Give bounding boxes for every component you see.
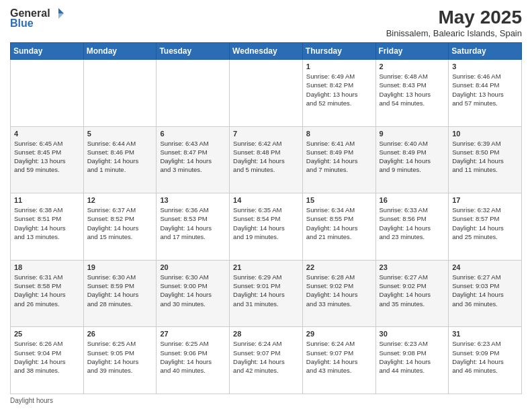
day-info: Sunrise: 6:25 AM Sunset: 9:05 PM Dayligh…: [87, 339, 153, 375]
day-number: 4: [14, 130, 80, 138]
calendar-cell: 8Sunrise: 6:41 AM Sunset: 8:49 PM Daylig…: [302, 126, 375, 193]
calendar-cell: 27Sunrise: 6:25 AM Sunset: 9:06 PM Dayli…: [157, 327, 230, 394]
day-number: 7: [233, 130, 299, 138]
calendar-cell: 1Sunrise: 6:49 AM Sunset: 8:42 PM Daylig…: [302, 60, 375, 127]
calendar-cell: 11Sunrise: 6:38 AM Sunset: 8:51 PM Dayli…: [11, 193, 84, 261]
day-info: Sunrise: 6:40 AM Sunset: 8:49 PM Dayligh…: [380, 139, 445, 175]
day-number: 19: [87, 263, 153, 271]
calendar-cell: 31Sunrise: 6:23 AM Sunset: 9:09 PM Dayli…: [449, 327, 522, 394]
calendar-cell: 7Sunrise: 6:42 AM Sunset: 8:48 PM Daylig…: [230, 126, 303, 193]
calendar-cell: 6Sunrise: 6:43 AM Sunset: 8:47 PM Daylig…: [157, 126, 230, 193]
day-info: Sunrise: 6:23 AM Sunset: 9:09 PM Dayligh…: [452, 339, 518, 375]
calendar-cell: 28Sunrise: 6:24 AM Sunset: 9:07 PM Dayli…: [230, 327, 303, 394]
day-number: 8: [306, 130, 372, 138]
day-number: 31: [452, 330, 518, 338]
calendar-cell: [157, 60, 230, 127]
day-number: 3: [452, 62, 518, 71]
day-info: Sunrise: 6:27 AM Sunset: 9:03 PM Dayligh…: [452, 273, 518, 308]
day-info: Sunrise: 6:29 AM Sunset: 9:01 PM Dayligh…: [233, 273, 299, 308]
dow-header-monday: Monday: [83, 43, 157, 60]
calendar-cell: 17Sunrise: 6:32 AM Sunset: 8:57 PM Dayli…: [449, 193, 522, 261]
day-number: 18: [14, 263, 80, 271]
day-number: 11: [14, 196, 80, 204]
calendar-cell: 5Sunrise: 6:44 AM Sunset: 8:46 PM Daylig…: [83, 126, 157, 193]
day-info: Sunrise: 6:36 AM Sunset: 8:53 PM Dayligh…: [160, 205, 226, 241]
day-number: 30: [380, 330, 445, 338]
day-number: 1: [306, 62, 372, 71]
calendar-cell: 18Sunrise: 6:31 AM Sunset: 8:58 PM Dayli…: [11, 260, 84, 327]
day-number: 20: [160, 263, 226, 271]
calendar-cell: 30Sunrise: 6:23 AM Sunset: 9:08 PM Dayli…: [375, 327, 449, 394]
header: General Blue May 2025 Binissalem, Balear…: [10, 7, 522, 38]
day-info: Sunrise: 6:44 AM Sunset: 8:46 PM Dayligh…: [87, 139, 153, 175]
day-info: Sunrise: 6:42 AM Sunset: 8:48 PM Dayligh…: [233, 139, 299, 175]
location-subtitle: Binissalem, Balearic Islands, Spain: [386, 28, 522, 38]
day-number: 15: [306, 196, 372, 204]
day-number: 14: [233, 196, 299, 204]
dow-header-sunday: Sunday: [11, 43, 84, 60]
footer-note: Daylight hours: [10, 397, 522, 404]
day-info: Sunrise: 6:31 AM Sunset: 8:58 PM Dayligh…: [14, 273, 80, 308]
day-number: 22: [306, 263, 372, 271]
calendar-cell: 9Sunrise: 6:40 AM Sunset: 8:49 PM Daylig…: [375, 126, 449, 193]
day-number: 29: [306, 330, 372, 338]
day-number: 16: [380, 196, 445, 204]
svg-marker-1: [58, 13, 64, 19]
svg-marker-0: [58, 8, 64, 13]
page: General Blue May 2025 Binissalem, Balear…: [0, 0, 532, 411]
title-block: May 2025 Binissalem, Balearic Islands, S…: [386, 7, 522, 38]
calendar-cell: 25Sunrise: 6:26 AM Sunset: 9:04 PM Dayli…: [11, 327, 84, 394]
day-info: Sunrise: 6:43 AM Sunset: 8:47 PM Dayligh…: [160, 139, 226, 175]
logo: General Blue: [10, 7, 65, 30]
calendar-table: SundayMondayTuesdayWednesdayThursdayFrid…: [10, 42, 522, 394]
dow-header-wednesday: Wednesday: [230, 43, 303, 60]
day-info: Sunrise: 6:34 AM Sunset: 8:55 PM Dayligh…: [306, 205, 372, 241]
day-info: Sunrise: 6:46 AM Sunset: 8:44 PM Dayligh…: [452, 72, 518, 107]
day-number: 25: [14, 330, 80, 338]
dow-header-tuesday: Tuesday: [157, 43, 230, 60]
dow-header-thursday: Thursday: [302, 43, 375, 60]
day-info: Sunrise: 6:28 AM Sunset: 9:02 PM Dayligh…: [306, 273, 372, 308]
day-info: Sunrise: 6:41 AM Sunset: 8:49 PM Dayligh…: [306, 139, 372, 175]
day-number: 9: [380, 130, 445, 138]
day-info: Sunrise: 6:45 AM Sunset: 8:45 PM Dayligh…: [14, 139, 80, 175]
calendar-cell: [11, 60, 84, 127]
day-info: Sunrise: 6:30 AM Sunset: 8:59 PM Dayligh…: [87, 273, 153, 308]
day-info: Sunrise: 6:35 AM Sunset: 8:54 PM Dayligh…: [233, 205, 299, 241]
calendar-cell: 29Sunrise: 6:24 AM Sunset: 9:07 PM Dayli…: [302, 327, 375, 394]
day-info: Sunrise: 6:24 AM Sunset: 9:07 PM Dayligh…: [233, 339, 299, 375]
dow-header-saturday: Saturday: [449, 43, 522, 60]
day-info: Sunrise: 6:27 AM Sunset: 9:02 PM Dayligh…: [380, 273, 445, 308]
day-info: Sunrise: 6:30 AM Sunset: 9:00 PM Dayligh…: [160, 273, 226, 308]
day-number: 23: [380, 263, 445, 271]
day-number: 13: [160, 196, 226, 204]
day-info: Sunrise: 6:37 AM Sunset: 8:52 PM Dayligh…: [87, 205, 153, 241]
day-info: Sunrise: 6:39 AM Sunset: 8:50 PM Dayligh…: [452, 139, 518, 175]
day-number: 6: [160, 130, 226, 138]
month-title: May 2025: [386, 7, 522, 28]
day-number: 21: [233, 263, 299, 271]
calendar-cell: 21Sunrise: 6:29 AM Sunset: 9:01 PM Dayli…: [230, 260, 303, 327]
day-number: 12: [87, 196, 153, 204]
day-info: Sunrise: 6:38 AM Sunset: 8:51 PM Dayligh…: [14, 205, 80, 241]
calendar-cell: 12Sunrise: 6:37 AM Sunset: 8:52 PM Dayli…: [83, 193, 157, 261]
calendar-cell: 13Sunrise: 6:36 AM Sunset: 8:53 PM Dayli…: [157, 193, 230, 261]
logo-flag-icon: [52, 7, 65, 20]
calendar-cell: 15Sunrise: 6:34 AM Sunset: 8:55 PM Dayli…: [302, 193, 375, 261]
day-number: 28: [233, 330, 299, 338]
calendar-cell: 24Sunrise: 6:27 AM Sunset: 9:03 PM Dayli…: [449, 260, 522, 327]
day-number: 27: [160, 330, 226, 338]
calendar-cell: 26Sunrise: 6:25 AM Sunset: 9:05 PM Dayli…: [83, 327, 157, 394]
day-number: 26: [87, 330, 153, 338]
calendar-cell: 16Sunrise: 6:33 AM Sunset: 8:56 PM Dayli…: [375, 193, 449, 261]
dow-header-friday: Friday: [375, 43, 449, 60]
day-info: Sunrise: 6:33 AM Sunset: 8:56 PM Dayligh…: [380, 205, 445, 241]
calendar-cell: 4Sunrise: 6:45 AM Sunset: 8:45 PM Daylig…: [11, 126, 84, 193]
logo-blue: Blue: [10, 17, 34, 30]
calendar-cell: 2Sunrise: 6:48 AM Sunset: 8:43 PM Daylig…: [375, 60, 449, 127]
day-info: Sunrise: 6:25 AM Sunset: 9:06 PM Dayligh…: [160, 339, 226, 375]
day-info: Sunrise: 6:48 AM Sunset: 8:43 PM Dayligh…: [380, 72, 445, 107]
day-number: 5: [87, 130, 153, 138]
day-info: Sunrise: 6:26 AM Sunset: 9:04 PM Dayligh…: [14, 339, 80, 375]
day-info: Sunrise: 6:32 AM Sunset: 8:57 PM Dayligh…: [452, 205, 518, 241]
